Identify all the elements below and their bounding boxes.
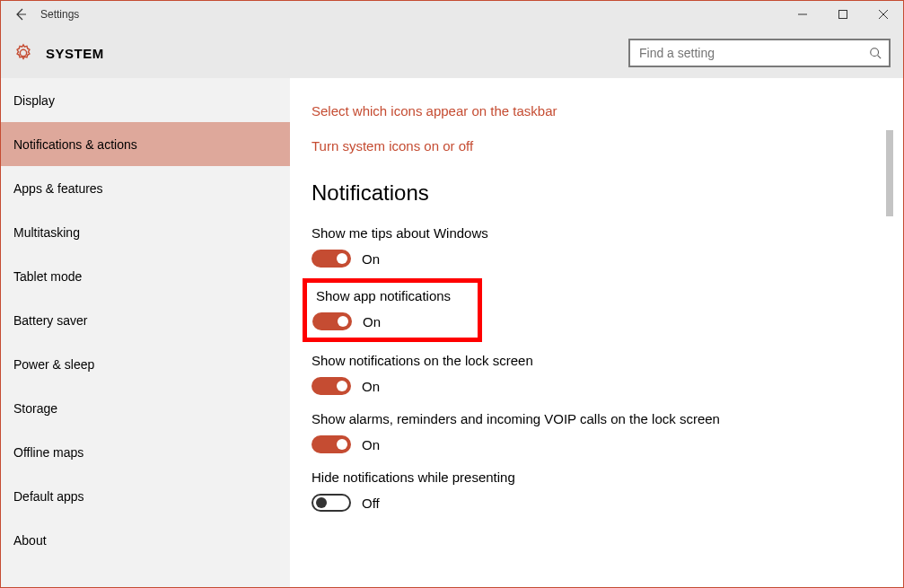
- toggle-state: On: [363, 314, 381, 329]
- sidebar: DisplayNotifications & actionsApps & fea…: [1, 78, 290, 587]
- sidebar-item-battery-saver[interactable]: Battery saver: [1, 298, 290, 342]
- maximize-icon: [838, 10, 847, 19]
- setting-block: Show alarms, reminders and incoming VOIP…: [312, 411, 861, 453]
- sidebar-item-power-sleep[interactable]: Power & sleep: [1, 342, 290, 386]
- toggle-switch[interactable]: [312, 312, 352, 330]
- setting-label: Show notifications on the lock screen: [312, 353, 861, 368]
- sidebar-item-offline-maps[interactable]: Offline maps: [1, 430, 290, 474]
- toggle-switch[interactable]: [312, 250, 351, 268]
- sidebar-item-notifications-actions[interactable]: Notifications & actions: [1, 122, 290, 166]
- highlight-box: Show app notificationsOn: [303, 278, 482, 342]
- setting-block: Show notifications on the lock screenOn: [312, 353, 861, 395]
- toggle-row: On: [312, 377, 861, 395]
- toggle-state: On: [362, 437, 380, 452]
- search-wrap: [628, 39, 891, 67]
- toggle-row: Off: [312, 494, 861, 512]
- toggle-switch[interactable]: [312, 435, 351, 453]
- setting-block: Show me tips about WindowsOn: [312, 225, 861, 268]
- sidebar-item-default-apps[interactable]: Default apps: [1, 474, 290, 518]
- sidebar-item-about[interactable]: About: [1, 518, 290, 562]
- page-title: SYSTEM: [46, 46, 104, 61]
- sidebar-item-storage[interactable]: Storage: [1, 386, 290, 430]
- maximize-button[interactable]: [822, 1, 863, 28]
- sidebar-item-multitasking[interactable]: Multitasking: [1, 210, 290, 254]
- toggle-row: On: [312, 312, 451, 330]
- toggle-row: On: [312, 250, 861, 268]
- setting-label: Hide notifications while presenting: [312, 470, 861, 485]
- toggle-state: On: [362, 379, 380, 394]
- setting-label: Show app notifications: [312, 288, 451, 303]
- toggle-switch[interactable]: [312, 494, 351, 512]
- section-title-notifications: Notifications: [312, 180, 861, 206]
- window-title: Settings: [40, 8, 79, 21]
- setting-label: Show alarms, reminders and incoming VOIP…: [312, 411, 724, 426]
- close-button[interactable]: [863, 1, 903, 28]
- scrollbar-track[interactable]: [882, 78, 895, 587]
- titlebar: Settings: [1, 1, 903, 28]
- setting-block: Show app notificationsOn: [312, 288, 451, 330]
- minimize-button[interactable]: [782, 1, 822, 28]
- toggle-knob: [337, 253, 347, 264]
- minimize-icon: [798, 10, 807, 19]
- settings-header: SYSTEM: [1, 28, 903, 78]
- toggle-state: Off: [362, 496, 380, 511]
- svg-point-1: [871, 48, 879, 57]
- sidebar-item-display[interactable]: Display: [1, 78, 290, 122]
- setting-label: Show me tips about Windows: [312, 225, 861, 241]
- window-controls: [782, 1, 903, 28]
- toggle-knob: [338, 316, 348, 327]
- toggle-knob: [337, 439, 347, 450]
- toggle-knob: [337, 381, 347, 391]
- setting-block: Hide notifications while presentingOff: [312, 470, 861, 512]
- link-system-icons[interactable]: Turn system icons on or off: [312, 138, 861, 154]
- scrollbar-thumb[interactable]: [886, 130, 893, 216]
- settings-window: Settings SYSTEM: [0, 0, 904, 588]
- toggle-state: On: [362, 251, 380, 267]
- svg-rect-0: [838, 11, 847, 19]
- search-icon: [869, 47, 882, 59]
- arrow-left-icon: [13, 7, 28, 22]
- gear-icon: [13, 43, 33, 63]
- content-area: Select which icons appear on the taskbar…: [290, 78, 882, 587]
- sidebar-item-apps-features[interactable]: Apps & features: [1, 166, 290, 210]
- link-taskbar-icons[interactable]: Select which icons appear on the taskbar: [312, 103, 861, 118]
- close-icon: [879, 10, 888, 19]
- toggle-row: On: [312, 435, 861, 453]
- toggle-knob: [316, 497, 327, 508]
- toggle-switch[interactable]: [312, 377, 351, 395]
- back-button[interactable]: [10, 4, 31, 25]
- body: DisplayNotifications & actionsApps & fea…: [1, 78, 903, 587]
- sidebar-item-tablet-mode[interactable]: Tablet mode: [1, 254, 290, 298]
- search-input[interactable]: [628, 39, 891, 67]
